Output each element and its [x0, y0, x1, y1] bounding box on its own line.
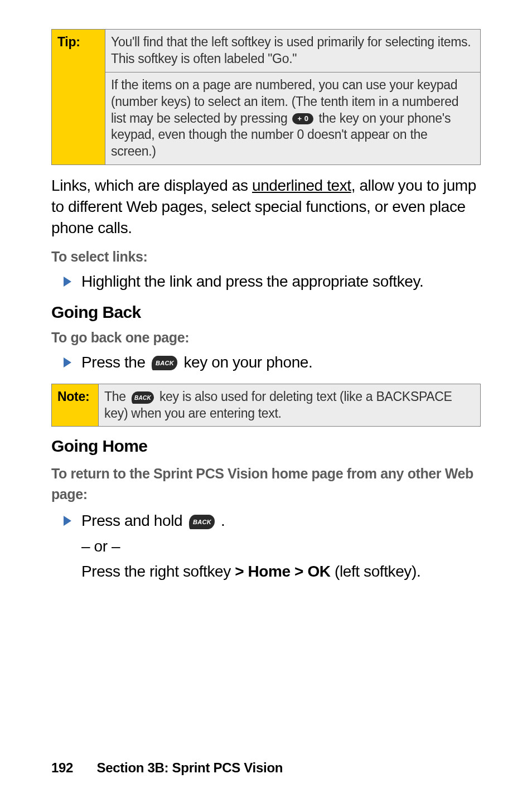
subhead-return-home: To return to the Sprint PCS Vision home …	[51, 463, 481, 504]
back-key-icon: BACK	[151, 356, 178, 370]
tip-body-2: If the items on a page are numbered, you…	[105, 72, 481, 165]
page-number: 192	[51, 760, 73, 775]
triangle-bullet-icon	[64, 357, 71, 367]
page-content: Tip: You'll find that the left softkey i…	[51, 29, 481, 749]
bullet-back-b: key on your phone.	[183, 354, 312, 371]
note-callout: Note: The BACK key is also used for dele…	[51, 384, 481, 427]
section-title: Section 3B: Sprint PCS Vision	[97, 760, 283, 775]
bullet-home-a: Press and hold	[81, 512, 187, 529]
softkey-line: Press the right softkey > Home > OK (lef…	[81, 559, 481, 584]
triangle-bullet-icon	[64, 277, 71, 287]
softkey-c: (left softkey).	[331, 563, 421, 580]
subhead-go-back: To go back one page:	[51, 330, 481, 346]
back-key-icon: BACK	[188, 515, 215, 529]
bullet-going-home: Press and hold BACK .	[64, 512, 481, 530]
back-key-icon: BACK	[131, 391, 154, 404]
bullet-select-links-text: Highlight the link and press the appropr…	[81, 273, 423, 291]
bullet-go-back: Press the BACK key on your phone.	[64, 354, 481, 371]
heading-going-back: Going Back	[51, 303, 481, 322]
bullet-home-text: Press and hold BACK .	[81, 512, 225, 530]
note-label: Note:	[52, 384, 99, 427]
note-b: key is also used for deleting text (like…	[104, 389, 452, 420]
bullet-select-links: Highlight the link and press the appropr…	[64, 273, 481, 291]
note-body: The BACK key is also used for deleting t…	[99, 384, 481, 427]
bullet-go-back-text: Press the BACK key on your phone.	[81, 354, 312, 371]
triangle-bullet-icon	[64, 516, 71, 526]
home-alt-block: – or – Press the right softkey > Home > …	[81, 534, 481, 584]
tip-callout: Tip: You'll find that the left softkey i…	[51, 29, 481, 165]
bullet-home-b: .	[221, 512, 225, 529]
softkey-b: > Home > OK	[235, 563, 330, 580]
links-paragraph: Links, which are displayed as underlined…	[51, 175, 481, 238]
page-footer: 192 Section 3B: Sprint PCS Vision	[51, 749, 481, 776]
links-para-a: Links, which are displayed as	[51, 177, 252, 194]
subhead-select-links: To select links:	[51, 249, 481, 265]
heading-going-home: Going Home	[51, 437, 481, 456]
tip-body-1: You'll find that the left softkey is use…	[105, 30, 481, 72]
note-a: The	[104, 389, 129, 404]
softkey-a: Press the right softkey	[81, 563, 235, 580]
underlined-text-sample: underlined text	[252, 177, 351, 194]
tip-label: Tip:	[52, 30, 105, 165]
bullet-back-a: Press the	[81, 354, 149, 371]
or-text: – or –	[81, 534, 481, 559]
zero-key-icon: + 0	[292, 113, 313, 124]
